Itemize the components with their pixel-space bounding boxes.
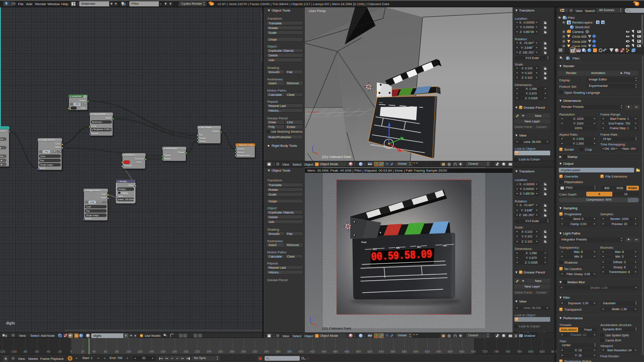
svg-text:z: z	[313, 143, 315, 146]
svg-text:z: z	[311, 315, 313, 317]
svg-text:Prod.: Prod.	[379, 101, 383, 104]
svg-text:Prod.: Prod.	[361, 241, 367, 243]
svg-text:x: x	[318, 154, 319, 156]
svg-text:x: x	[316, 325, 317, 327]
